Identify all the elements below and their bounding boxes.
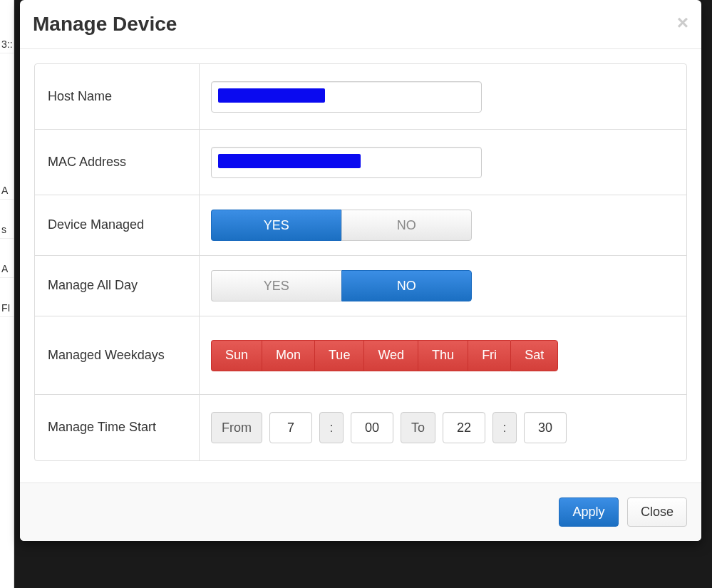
row-manage-all-day: Manage All Day YES NO xyxy=(35,256,686,316)
manage-all-day-toggle: YES NO xyxy=(211,270,472,301)
device-managed-yes[interactable]: YES xyxy=(211,210,341,241)
to-hour-input[interactable] xyxy=(443,412,485,443)
row-managed-weekdays: Managed Weekdays Sun Mon Tue Wed Thu Fri… xyxy=(35,316,686,395)
from-label: From xyxy=(211,412,262,443)
weekday-mon[interactable]: Mon xyxy=(262,340,314,371)
weekday-sun[interactable]: Sun xyxy=(211,340,262,371)
bg-text: A xyxy=(0,182,14,200)
mac-address-input[interactable] xyxy=(211,147,482,178)
weekday-group: Sun Mon Tue Wed Thu Fri Sat xyxy=(211,340,675,371)
bg-text: 3:: xyxy=(0,36,14,53)
bg-text: FI xyxy=(0,299,14,317)
label-host-name: Host Name xyxy=(35,64,200,129)
weekday-thu[interactable]: Thu xyxy=(418,340,468,371)
colon-separator: : xyxy=(492,412,517,443)
manage-device-modal: Manage Device × Host Name MAC Address xyxy=(20,0,701,541)
manage-all-day-yes[interactable]: YES xyxy=(211,270,341,301)
time-range-group: From : To : xyxy=(211,412,675,443)
form-panel: Host Name MAC Address xyxy=(34,63,687,461)
colon-separator: : xyxy=(319,412,344,443)
row-host-name: Host Name xyxy=(35,64,686,130)
close-icon[interactable]: × xyxy=(677,13,688,33)
to-min-input[interactable] xyxy=(524,412,567,443)
label-manage-all-day: Manage All Day xyxy=(35,256,200,316)
device-managed-no[interactable]: NO xyxy=(341,210,473,241)
row-manage-time-start: Manage Time Start From : To : xyxy=(35,395,686,460)
label-manage-time-start: Manage Time Start xyxy=(35,395,200,460)
close-button[interactable]: Close xyxy=(627,497,687,527)
modal-title: Manage Device xyxy=(33,13,687,36)
weekday-tue[interactable]: Tue xyxy=(314,340,363,371)
bg-text: A xyxy=(0,260,14,278)
modal-body: Host Name MAC Address xyxy=(20,49,701,483)
from-hour-input[interactable] xyxy=(269,412,312,443)
row-device-managed: Device Managed YES NO xyxy=(35,195,686,256)
weekday-sat[interactable]: Sat xyxy=(510,340,558,371)
apply-button[interactable]: Apply xyxy=(559,497,618,527)
row-mac-address: MAC Address xyxy=(35,130,686,195)
weekday-fri[interactable]: Fri xyxy=(468,340,510,371)
weekday-wed[interactable]: Wed xyxy=(363,340,418,371)
modal-header: Manage Device × xyxy=(20,0,701,49)
to-label: To xyxy=(401,412,435,443)
modal-footer: Apply Close xyxy=(20,483,701,541)
host-name-input[interactable] xyxy=(211,81,482,113)
from-min-input[interactable] xyxy=(351,412,393,443)
device-managed-toggle: YES NO xyxy=(211,210,472,241)
manage-all-day-no[interactable]: NO xyxy=(341,270,473,301)
label-mac-address: MAC Address xyxy=(35,130,200,195)
label-managed-weekdays: Managed Weekdays xyxy=(35,316,200,394)
label-device-managed: Device Managed xyxy=(35,195,200,255)
background-stripe: 3:: A s A FI xyxy=(0,0,14,588)
bg-text: s xyxy=(0,221,14,239)
